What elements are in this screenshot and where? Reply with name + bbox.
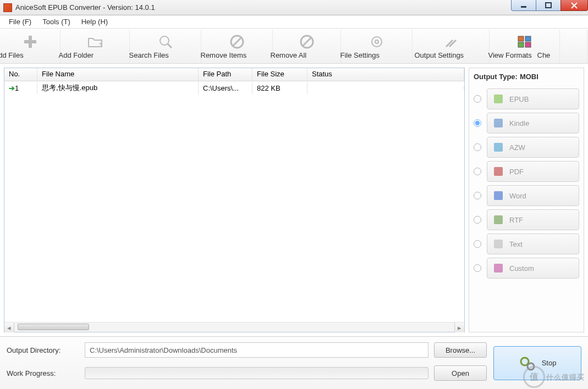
format-button-pdf[interactable]: PDF xyxy=(487,161,579,182)
check-button[interactable]: Che xyxy=(560,30,587,63)
format-radio-rtf[interactable] xyxy=(474,216,481,224)
svg-point-30 xyxy=(527,363,534,370)
close-icon xyxy=(571,2,578,9)
format-row-text[interactable]: Text xyxy=(474,234,579,254)
svg-rect-19 xyxy=(518,42,524,47)
format-button-text[interactable]: Text xyxy=(487,234,579,254)
menu-file[interactable]: File (F) xyxy=(6,16,35,27)
format-radio-pdf[interactable] xyxy=(474,168,481,175)
cell-no-text: 1 xyxy=(15,84,19,92)
col-size-header[interactable]: File Size xyxy=(252,68,307,81)
work-progress-label: Work Progress: xyxy=(7,369,79,377)
col-status-header[interactable]: Status xyxy=(307,68,464,81)
close-button[interactable] xyxy=(560,0,588,11)
scroll-left-icon[interactable]: ◂ xyxy=(4,323,14,332)
menu-help[interactable]: Help (H) xyxy=(78,16,111,27)
format-button-word[interactable]: Word xyxy=(487,185,579,206)
output-sidebar: Output Type: MOBI EPUBKindleAZWPDFWordRT… xyxy=(469,68,584,332)
menubar: File (F) Tools (T) Help (H) xyxy=(0,15,588,29)
format-row-kindle[interactable]: Kindle xyxy=(474,113,579,134)
format-button-rtf[interactable]: RTF xyxy=(487,209,579,230)
minimize-icon xyxy=(520,2,527,9)
format-row-azw[interactable]: AZW xyxy=(474,137,579,158)
scroll-right-icon[interactable]: ▸ xyxy=(454,323,464,332)
output-settings-button[interactable]: Output Settings xyxy=(413,30,490,63)
format-row-rtf[interactable]: RTF xyxy=(474,209,579,230)
check-label: Che xyxy=(537,51,589,59)
maximize-button[interactable] xyxy=(536,0,561,11)
window-controls xyxy=(512,0,588,11)
col-no-header[interactable]: No. xyxy=(4,68,37,81)
list-header: No. File Name File Path File Size Status xyxy=(4,68,464,81)
svg-rect-27 xyxy=(494,240,503,248)
open-button[interactable]: Open xyxy=(434,365,487,381)
horizontal-scrollbar[interactable]: ◂ ▸ xyxy=(4,322,464,332)
remove-all-button[interactable]: Remove All xyxy=(273,30,341,63)
format-button-kindle[interactable]: Kindle xyxy=(487,113,579,134)
svg-rect-5 xyxy=(24,40,36,43)
minimize-button[interactable] xyxy=(511,0,536,11)
format-radio-word[interactable] xyxy=(474,192,481,199)
svg-line-10 xyxy=(233,37,241,46)
browse-button[interactable]: Browse... xyxy=(434,342,487,358)
col-path-header[interactable]: File Path xyxy=(199,68,252,81)
bottom-left: Output Directory: C:\Users\Administrator… xyxy=(7,342,487,384)
svg-point-13 xyxy=(372,37,382,47)
file-settings-button[interactable]: File Settings xyxy=(341,30,413,63)
cell-name: 思考,快与慢.epub xyxy=(37,81,199,95)
cell-status xyxy=(307,86,464,90)
svg-rect-22 xyxy=(494,119,503,127)
svg-rect-17 xyxy=(518,36,524,41)
svg-point-14 xyxy=(375,40,378,43)
search-files-button[interactable]: Search Files xyxy=(130,30,201,63)
window-title: AniceSoft EPUB Converter - Version: 14.0… xyxy=(15,3,155,12)
output-type-label: Output Type: xyxy=(474,73,518,81)
svg-rect-1 xyxy=(546,3,551,8)
plus-icon xyxy=(23,34,38,49)
svg-rect-0 xyxy=(521,6,526,8)
check-icon xyxy=(566,34,581,49)
stop-label: Stop xyxy=(542,359,557,367)
format-row-epub[interactable]: EPUB xyxy=(474,88,579,109)
format-radio-kindle[interactable] xyxy=(474,119,481,127)
format-label: Word xyxy=(509,192,526,200)
format-button-custom[interactable]: Custom xyxy=(487,258,579,279)
scroll-thumb[interactable] xyxy=(18,324,89,330)
main-area: No. File Name File Path File Size Status… xyxy=(0,64,588,336)
folder-plus-icon: + xyxy=(87,34,103,49)
format-row-pdf[interactable]: PDF xyxy=(474,161,579,182)
table-row[interactable]: ➔1 思考,快与慢.epub C:\Users\... 822 KB xyxy=(4,81,464,95)
format-label: AZW xyxy=(509,143,525,152)
format-radio-azw[interactable] xyxy=(474,143,481,151)
format-row-custom[interactable]: Custom xyxy=(474,258,579,279)
remove-all-label: Remove All xyxy=(271,51,343,59)
output-directory-label: Output Directory: xyxy=(7,346,79,354)
format-label: Text xyxy=(509,240,523,248)
format-radio-text[interactable] xyxy=(474,240,481,248)
output-directory-input[interactable]: C:\Users\Administrator\Downloads\Documen… xyxy=(85,342,428,358)
menu-tools[interactable]: Tools (T) xyxy=(39,16,74,27)
gears-icon xyxy=(519,354,536,372)
svg-rect-20 xyxy=(525,42,531,47)
output-settings-label: Output Settings xyxy=(415,51,487,59)
format-label: PDF xyxy=(509,168,524,176)
format-button-epub[interactable]: EPUB xyxy=(487,88,579,109)
add-folder-button[interactable]: + Add Folder xyxy=(61,30,130,63)
svg-rect-18 xyxy=(525,36,531,41)
format-button-azw[interactable]: AZW xyxy=(487,137,579,158)
list-body[interactable]: ➔1 思考,快与慢.epub C:\Users\... 822 KB xyxy=(4,81,464,322)
file-settings-label: File Settings xyxy=(340,51,413,59)
stop-button[interactable]: Stop xyxy=(493,346,581,380)
format-row-word[interactable]: Word xyxy=(474,185,579,206)
col-name-header[interactable]: File Name xyxy=(37,68,199,81)
add-files-button[interactable]: Add Files xyxy=(0,30,61,63)
format-icon-kindle xyxy=(493,118,504,129)
svg-text:+: + xyxy=(98,40,103,48)
svg-rect-21 xyxy=(494,95,503,103)
format-radio-custom[interactable] xyxy=(474,264,481,272)
format-icon-pdf xyxy=(493,166,504,177)
format-label: Kindle xyxy=(509,119,529,127)
output-type-row: Output Type: MOBI xyxy=(474,70,579,85)
format-radio-epub[interactable] xyxy=(474,95,481,103)
remove-items-button[interactable]: Remove Items xyxy=(201,30,273,63)
